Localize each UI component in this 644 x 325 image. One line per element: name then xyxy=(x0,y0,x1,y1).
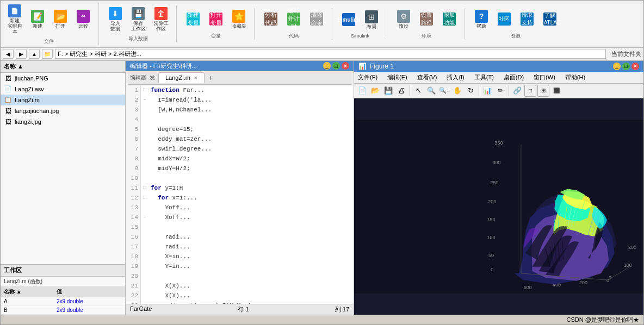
back-button[interactable]: ◀ xyxy=(3,49,14,59)
menu-desktop[interactable]: 桌面(D) xyxy=(502,73,525,82)
file-icon-langzi-jpg: 🖼 xyxy=(4,107,13,115)
fig-link-button[interactable]: 🔗 xyxy=(511,85,523,97)
code-line-17: 17 radi... xyxy=(126,242,354,252)
file-item-langzi-asv[interactable]: 📄 LangZi.asv xyxy=(1,84,125,95)
simulink-button[interactable]: Simulink xyxy=(338,9,360,32)
new-script-icon: 📄 xyxy=(8,4,21,17)
code-line-11: 11 □ for y=1:H xyxy=(126,183,354,193)
run-parallel-button[interactable]: 运行并计时 xyxy=(283,8,305,31)
code-line-3: 3 [W,H,nChanel... xyxy=(126,105,354,115)
import-button[interactable]: ⬇ 导入数据 xyxy=(104,5,126,34)
compare-button[interactable]: ⇔ 比较 xyxy=(72,8,94,31)
menu-help[interactable]: 帮助(H) xyxy=(564,73,587,82)
import-section-label: 导入数据 xyxy=(128,35,148,42)
fig-data-button[interactable]: 📊 xyxy=(481,85,493,97)
figure-menu: 文件(F) 编辑(E) 查看(V) 插入(I) 工具(T) 桌面(D) 窗口(W… xyxy=(354,72,643,84)
clear-cmd-button[interactable]: 清除命令 xyxy=(306,8,327,31)
csdn-watermark: CSDN @是梦吧◎是你吗★ xyxy=(567,316,639,324)
menu-insert[interactable]: 插入(I) xyxy=(445,73,466,82)
menu-window[interactable]: 窗口(W) xyxy=(532,73,557,82)
file-item-langzi-jpg[interactable]: 🖼 langzijiuchan.jpg xyxy=(1,105,125,116)
figure-plot[interactable]: 350 300 250 200 150 100 50 0 600 400 200… xyxy=(354,98,643,315)
analyze-button[interactable]: 分析代码 xyxy=(260,8,282,31)
new-realtime-icon: 📝 xyxy=(31,10,44,23)
favorites-button[interactable]: ⭐ 收藏夹 xyxy=(228,8,250,31)
fig-colorbar-button[interactable]: ⬛ xyxy=(550,85,562,97)
editor-row: 行 1 xyxy=(238,305,249,314)
editor-function-name: FarGate xyxy=(130,305,152,314)
menu-tools[interactable]: 工具(T) xyxy=(473,73,496,82)
fig-legend-button[interactable]: □ xyxy=(524,85,536,97)
new-var-button[interactable]: 新建变量 xyxy=(182,8,204,31)
new-script-button[interactable]: 📄 新建实时脚本 xyxy=(4,3,26,36)
learn-button[interactable]: 了解MATLAB xyxy=(539,8,561,31)
menu-view[interactable]: 查看(V) xyxy=(416,73,439,82)
editor-content[interactable]: 1 □ function Far... 2 – I=imread('la... … xyxy=(126,85,354,304)
matlab-window: 📄 新建实时脚本 📝 新建 📂 打开 ⇔ 比较 文件 xyxy=(0,0,644,325)
editor-maximize-button[interactable]: □ xyxy=(332,62,340,70)
fig-pan-button[interactable]: ✋ xyxy=(451,85,463,97)
save-label: 保存工作区 xyxy=(131,21,146,32)
forward-button[interactable]: ▶ xyxy=(16,49,27,59)
new-var-icon: 新建变量 xyxy=(187,12,200,26)
addfunc-button[interactable]: 附加功能 xyxy=(438,8,460,31)
menu-edit[interactable]: 编辑(E) xyxy=(386,73,409,82)
new-realtime-button[interactable]: 📝 新建 xyxy=(27,8,48,31)
svg-text:100: 100 xyxy=(624,262,632,267)
folder-btn[interactable]: 📁 xyxy=(42,49,53,59)
clear-workspace-button[interactable]: 🗑 清除工作区 xyxy=(150,5,172,34)
layout-button[interactable]: ⊞ 布局 xyxy=(361,9,382,32)
var-row-a[interactable]: A 2x9 double xyxy=(1,297,125,306)
presets-button[interactable]: ⚙ 预设 xyxy=(393,8,414,31)
simulink-section-label: Simulink xyxy=(351,33,369,39)
fa-label: 发 xyxy=(150,74,155,82)
fig-open-button[interactable]: 📂 xyxy=(369,85,381,97)
nav-path-input[interactable]: F: > 研究生 > 科研 > 2.科研进... xyxy=(55,49,606,59)
menu-file[interactable]: 文件(F) xyxy=(356,73,379,82)
workspace-panel: 工作区 LangZi.m (函数) 名称 ▲ 值 A 2x9 double xyxy=(1,264,125,315)
up-button[interactable]: ▲ xyxy=(29,49,40,59)
toolbar-group-simulink: Simulink ⊞ 布局 Simulink xyxy=(338,9,387,39)
code-line-19: 19 Y=in... xyxy=(126,261,354,271)
fig-arrow-button[interactable]: ↖ xyxy=(412,85,424,97)
fig-brush-button[interactable]: ✏ xyxy=(494,85,506,97)
open-button[interactable]: 📂 打开 xyxy=(49,8,71,31)
analyze-icon: 分析代码 xyxy=(264,12,277,26)
fig-new-button[interactable]: 📄 xyxy=(356,85,368,97)
main-content: 名称 ▲ 🖼 jiuchan.PNG 📄 LangZi.asv 📋 LangZi… xyxy=(1,61,643,315)
editor-status-bar: FarGate 行 1 列 17 xyxy=(126,304,354,315)
fig-zoom-out-button[interactable]: 🔍– xyxy=(438,85,450,97)
file-item-langzi-m[interactable]: 📋 LangZi.m xyxy=(1,95,125,105)
code-line-5: 5 degree=15; xyxy=(126,124,354,134)
save-workspace-button[interactable]: 💾 保存工作区 xyxy=(127,5,149,34)
fig-zoom-in-button[interactable]: 🔍 xyxy=(425,85,437,97)
figure-minimize-button[interactable]: _ xyxy=(613,62,621,70)
code-line-7: 7 swirl_degree... xyxy=(126,144,354,154)
editor-tab-bar: 编辑器 发 LangZi.m × + xyxy=(126,71,354,85)
editor-close-button[interactable]: × xyxy=(342,62,349,70)
figure-title-bar: 📊 Figure 1 _ □ × xyxy=(354,61,643,72)
file-item-jiuchan[interactable]: 🖼 jiuchan.PNG xyxy=(1,73,125,84)
add-tab-button[interactable]: + xyxy=(206,73,215,83)
help-button[interactable]: ? 帮助 xyxy=(470,8,492,31)
tab-close-button[interactable]: × xyxy=(194,75,197,81)
svg-text:50: 50 xyxy=(488,252,494,258)
figure-close-button[interactable]: × xyxy=(631,62,639,70)
file-section-label: 文件 xyxy=(44,38,54,45)
favorites-icon: ⭐ xyxy=(232,10,245,23)
fig-sep-3 xyxy=(509,85,509,96)
open-var-button[interactable]: 打开变量 xyxy=(205,8,227,31)
fig-print-button[interactable]: 🖨 xyxy=(395,85,407,97)
fig-save-button[interactable]: 💾 xyxy=(382,85,394,97)
community-button[interactable]: 社区 xyxy=(493,8,515,31)
editor-col: 列 17 xyxy=(335,305,349,314)
editor-minimize-button[interactable]: _ xyxy=(323,62,331,70)
support-button[interactable]: 请求支持 xyxy=(516,8,538,31)
fig-grid-button[interactable]: ⊞ xyxy=(537,85,549,97)
setpath-button[interactable]: 设置路径 xyxy=(416,8,437,31)
editor-tab-langzi[interactable]: LangZi.m × xyxy=(158,72,205,83)
var-row-b[interactable]: B 2x9 double xyxy=(1,306,125,315)
fig-rotate-button[interactable]: ↻ xyxy=(465,85,476,97)
figure-maximize-button[interactable]: □ xyxy=(622,62,630,70)
file-item-liangzi[interactable]: 🖼 liangzi.jpg xyxy=(1,116,125,127)
